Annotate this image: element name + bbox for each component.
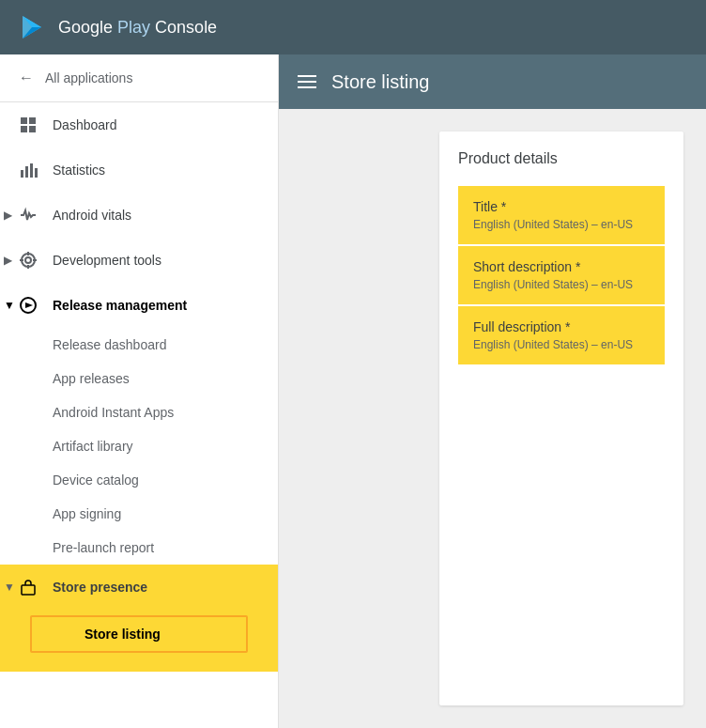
logo-text: Google Play Console <box>58 18 217 38</box>
title-field-sublabel: English (United States) – en-US <box>473 218 650 231</box>
sidebar-dashboard-label: Dashboard <box>53 117 117 132</box>
svg-point-12 <box>25 257 31 263</box>
sidebar-item-android-vitals[interactable]: ▶ Android vitals <box>0 193 278 238</box>
title-field-block[interactable]: Title * English (United States) – en-US <box>458 186 665 244</box>
back-label: All applications <box>45 70 132 85</box>
app-logo: Google Play Console <box>15 10 217 44</box>
main-content-area: Product details Title * English (United … <box>279 109 706 728</box>
sidebar-android-vitals-label: Android vitals <box>53 208 131 223</box>
full-desc-field-block[interactable]: Full description * English (United State… <box>458 306 665 364</box>
android-vitals-expand-icon: ▶ <box>4 209 12 222</box>
svg-rect-3 <box>21 117 27 124</box>
all-applications-back[interactable]: ← All applications <box>0 54 278 102</box>
sidebar-sub-artifact-library[interactable]: Artifact library <box>53 429 278 463</box>
sidebar-release-mgmt-label: Release management <box>53 298 187 313</box>
store-listing-container: Store listing <box>0 610 278 672</box>
svg-rect-10 <box>35 168 38 178</box>
play-console-logo-icon <box>15 10 49 44</box>
sidebar-sub-app-releases[interactable]: App releases <box>53 362 278 395</box>
hamburger-menu-icon[interactable] <box>298 75 316 88</box>
store-presence-section: ▼ Store presence Store listing <box>0 565 278 672</box>
store-listing-label: Store listing <box>84 627 161 642</box>
tools-icon <box>19 251 38 270</box>
sidebar-sub-release-dashboard[interactable]: Release dashboard <box>53 328 278 362</box>
dev-tools-expand-icon: ▶ <box>4 254 12 267</box>
sidebar-item-release-management[interactable]: ▼ Release management <box>0 283 278 328</box>
sidebar-sub-pre-launch[interactable]: Pre-launch report <box>53 531 278 565</box>
sidebar-statistics-label: Statistics <box>53 163 105 178</box>
back-arrow-icon: ← <box>19 70 34 86</box>
sidebar: ← All applications Dashboard Statistics … <box>0 54 279 728</box>
vitals-icon <box>19 206 38 225</box>
sidebar-dev-tools-label: Development tools <box>53 253 161 268</box>
svg-rect-5 <box>21 126 27 132</box>
svg-rect-9 <box>30 163 33 178</box>
app-header: Google Play Console <box>0 0 706 54</box>
sidebar-item-store-presence[interactable]: ▼ Store presence <box>0 565 278 610</box>
short-desc-field-sublabel: English (United States) – en-US <box>473 278 650 291</box>
product-details-card: Product details Title * English (United … <box>439 132 683 705</box>
product-details-heading: Product details <box>458 150 665 167</box>
main-layout: ← All applications Dashboard Statistics … <box>0 54 706 728</box>
sidebar-item-statistics[interactable]: Statistics <box>0 147 278 193</box>
content-header: Store listing <box>279 54 706 109</box>
sidebar-sub-device-catalog[interactable]: Device catalog <box>53 463 278 497</box>
sidebar-item-development-tools[interactable]: ▶ Development tools <box>0 238 278 283</box>
sidebar-sub-app-signing[interactable]: App signing <box>53 497 278 531</box>
sidebar-store-presence-label: Store presence <box>53 580 147 595</box>
store-presence-expand-icon: ▼ <box>4 581 15 594</box>
release-sub-menu: Release dashboard App releases Android I… <box>0 328 278 565</box>
sidebar-sub-store-listing[interactable]: Store listing <box>30 615 248 653</box>
svg-rect-8 <box>25 166 28 178</box>
release-mgmt-expand-icon: ▼ <box>4 299 15 312</box>
svg-point-11 <box>22 254 35 267</box>
full-desc-field-label: Full description * <box>473 319 650 334</box>
dashboard-icon <box>19 116 38 134</box>
full-desc-field-sublabel: English (United States) – en-US <box>473 338 650 351</box>
svg-rect-19 <box>22 585 35 595</box>
svg-rect-4 <box>29 117 36 124</box>
page-title: Store listing <box>331 71 430 93</box>
short-desc-field-label: Short description * <box>473 259 650 274</box>
svg-rect-7 <box>21 170 23 178</box>
sidebar-sub-android-instant[interactable]: Android Instant Apps <box>53 395 278 429</box>
short-desc-field-block[interactable]: Short description * English (United Stat… <box>458 246 665 304</box>
release-icon <box>19 296 38 315</box>
title-field-label: Title * <box>473 199 650 214</box>
svg-rect-6 <box>29 126 36 132</box>
sidebar-item-dashboard[interactable]: Dashboard <box>0 102 278 147</box>
statistics-icon <box>19 161 38 179</box>
store-icon <box>19 578 38 596</box>
svg-marker-18 <box>25 302 33 308</box>
content-wrapper: Store listing Product details Title * En… <box>279 54 706 728</box>
